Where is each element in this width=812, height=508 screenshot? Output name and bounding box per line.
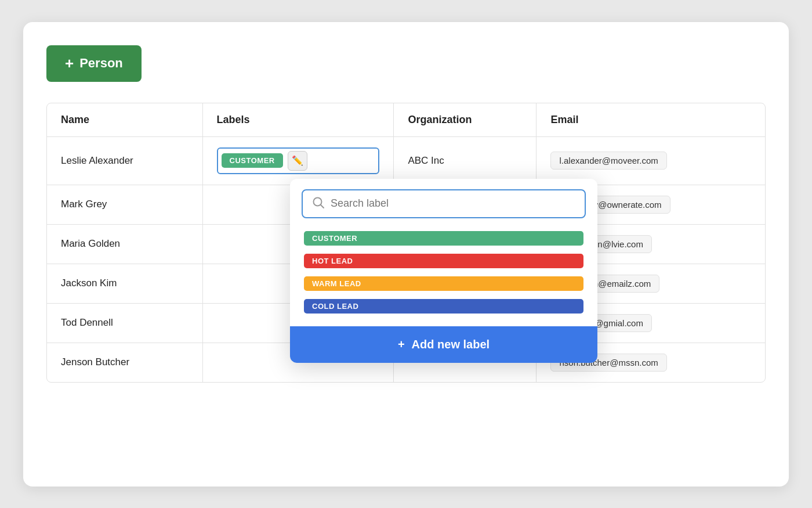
- edit-label-button[interactable]: ✏️: [288, 151, 307, 171]
- dropdown-label-item[interactable]: WARM LEAD: [304, 276, 583, 291]
- add-person-button[interactable]: + Person: [46, 45, 142, 82]
- cell-name: Jenson Butcher: [47, 343, 202, 382]
- email-badge: l.alexander@moveer.com: [550, 152, 666, 170]
- dropdown-label-item[interactable]: COLD LEAD: [304, 299, 583, 314]
- label-dropdown: CUSTOMERHOT LEADWARM LEADCOLD LEAD + Add…: [290, 179, 597, 363]
- search-label-input[interactable]: [331, 197, 575, 210]
- dropdown-label-list: CUSTOMERHOT LEADWARM LEADCOLD LEAD: [290, 225, 597, 323]
- cell-email: l.alexander@moveer.com: [536, 136, 765, 185]
- cell-organization: ABC Inc: [394, 136, 536, 185]
- dropdown-search-area: [290, 179, 597, 225]
- search-box: [302, 189, 586, 218]
- label-cell-inner: CUSTOMER✏️: [217, 147, 380, 174]
- svg-line-1: [321, 204, 324, 207]
- add-new-label-button[interactable]: + Add new label: [290, 326, 597, 363]
- add-person-label: Person: [79, 56, 123, 71]
- cell-name: Jackson Kim: [47, 264, 202, 303]
- cell-label: CUSTOMER✏️: [202, 136, 394, 185]
- table-header-row: Name Labels Organization Email: [47, 103, 765, 137]
- dropdown-label-item[interactable]: CUSTOMER: [304, 231, 583, 246]
- cell-name: Tod Dennell: [47, 303, 202, 343]
- search-icon: [312, 196, 325, 211]
- cell-name: Mark Grey: [47, 185, 202, 224]
- add-person-plus-icon: +: [65, 55, 74, 73]
- main-card: + Person Name Labels Organization Email …: [23, 22, 789, 487]
- col-labels: Labels: [202, 103, 394, 137]
- cell-name: Leslie Alexander: [47, 136, 202, 185]
- add-label-plus-icon: +: [398, 338, 405, 351]
- col-email: Email: [536, 103, 765, 137]
- add-label-text: Add new label: [412, 338, 490, 351]
- table-row: Leslie AlexanderCUSTOMER✏️ABC Incl.alexa…: [47, 136, 765, 185]
- pencil-icon: ✏️: [292, 155, 303, 166]
- col-organization: Organization: [394, 103, 536, 137]
- label-tag: CUSTOMER: [222, 153, 283, 168]
- dropdown-label-item[interactable]: HOT LEAD: [304, 254, 583, 268]
- col-name: Name: [47, 103, 202, 137]
- cell-name: Maria Golden: [47, 224, 202, 264]
